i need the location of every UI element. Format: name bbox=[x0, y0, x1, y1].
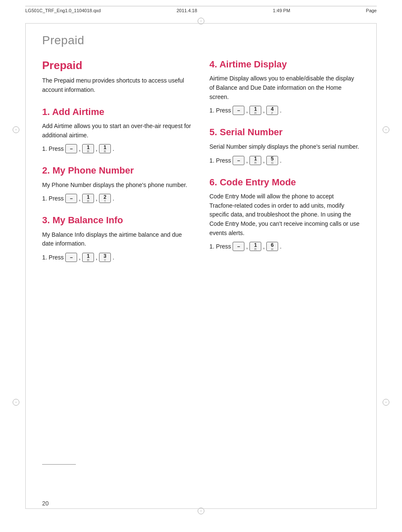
my-balance-info-heading: 3. My Balance Info bbox=[42, 215, 193, 226]
comma-4a: , bbox=[246, 107, 248, 114]
add-airtime-key-sequence: 1. Press – , 1R , 1R . bbox=[42, 144, 193, 153]
key-minus-3: – bbox=[65, 253, 77, 262]
my-phone-number-body: My Phone Number displays the phone's pho… bbox=[42, 181, 193, 190]
key-1r-6: 1R bbox=[249, 242, 261, 251]
intro-body: The Prepaid menu provides shortcuts to a… bbox=[42, 76, 193, 94]
my-balance-info-key-sequence: 1. Press – , 1R , 3Y . bbox=[42, 253, 193, 262]
key-1r-1a: 1R bbox=[82, 144, 94, 153]
period-4: . bbox=[280, 107, 281, 114]
airtime-display-body: Airtime Display allows you to enable/dis… bbox=[209, 74, 360, 102]
key-2t-2: 2T bbox=[99, 194, 111, 203]
key-minus-5: – bbox=[233, 156, 244, 165]
my-phone-number-key-sequence: 1. Press – , 1R , 2T . bbox=[42, 194, 193, 203]
my-phone-press-label: 1. Press bbox=[42, 195, 64, 202]
reg-mark-right-bottom bbox=[383, 399, 389, 406]
comma-6b: , bbox=[263, 243, 265, 250]
section-serial-number: 5. Serial Number Serial Number simply di… bbox=[209, 127, 360, 165]
key-1r-5: 1R bbox=[249, 156, 261, 165]
page-title: Prepaid bbox=[42, 34, 360, 47]
add-airtime-body: Add Airtime allows you to start an over-… bbox=[42, 122, 193, 140]
intro-heading: Prepaid bbox=[42, 59, 193, 72]
add-airtime-press-label: 1. Press bbox=[42, 145, 64, 152]
page-number: 20 bbox=[42, 500, 49, 507]
border-right bbox=[376, 23, 377, 509]
key-1r-1b: 1R bbox=[99, 144, 111, 153]
key-1r-4: 1R bbox=[249, 106, 261, 115]
period-5: . bbox=[280, 157, 281, 164]
key-3y-3: 3Y bbox=[99, 253, 111, 262]
serial-number-heading: 5. Serial Number bbox=[209, 127, 360, 138]
comma-1b: , bbox=[96, 145, 97, 152]
key-minus-4: – bbox=[233, 106, 244, 115]
comma-5b: , bbox=[263, 157, 265, 164]
code-entry-mode-heading: 6. Code Entry Mode bbox=[209, 177, 360, 188]
border-left bbox=[25, 23, 26, 509]
col-right: 4. Airtime Display Airtime Display allow… bbox=[209, 59, 360, 274]
border-bottom bbox=[25, 508, 377, 509]
key-1r-2: 1R bbox=[82, 194, 94, 203]
my-phone-number-heading: 2. My Phone Number bbox=[42, 165, 193, 176]
key-minus-1: – bbox=[65, 144, 77, 153]
section-my-balance-info: 3. My Balance Info My Balance Info displ… bbox=[42, 215, 193, 262]
section-add-airtime: 1. Add Airtime Add Airtime allows you to… bbox=[42, 107, 193, 154]
header-page: Page bbox=[366, 8, 377, 13]
header-date: 2011.4.18 bbox=[177, 8, 197, 13]
airtime-display-heading: 4. Airtime Display bbox=[209, 59, 360, 70]
key-minus-6: – bbox=[233, 242, 244, 251]
key-6h-6: 6H bbox=[266, 242, 278, 251]
reg-mark-left-bottom bbox=[13, 399, 19, 406]
add-airtime-heading: 1. Add Airtime bbox=[42, 107, 193, 118]
comma-2a: , bbox=[79, 195, 80, 202]
comma-6a: , bbox=[246, 243, 248, 250]
section-my-phone-number: 2. My Phone Number My Phone Number displ… bbox=[42, 165, 193, 203]
comma-3a: , bbox=[79, 254, 80, 261]
code-entry-mode-key-sequence: 1. Press – , 1R , 6H . bbox=[209, 242, 360, 251]
comma-2b: , bbox=[96, 195, 97, 202]
header-time: 1:49 PM bbox=[273, 8, 290, 13]
content-area: Prepaid Prepaid The Prepaid menu provide… bbox=[42, 34, 360, 498]
my-balance-press-label: 1. Press bbox=[42, 254, 64, 261]
border-top bbox=[25, 23, 377, 24]
serial-number-key-sequence: 1. Press – , 1R , 5G . bbox=[209, 156, 360, 165]
key-1r-3: 1R bbox=[82, 253, 94, 262]
airtime-display-key-sequence: 1. Press – , 1R , 4F . bbox=[209, 106, 360, 115]
header-bar: LG501C_TRF_Eng1.0_1104018.qxd 2011.4.18 … bbox=[25, 6, 377, 13]
reg-mark-right-top bbox=[383, 126, 389, 133]
serial-number-body: Serial Number simply displays the phone'… bbox=[209, 142, 360, 152]
key-4f-4: 4F bbox=[266, 106, 278, 115]
comma-1a: , bbox=[79, 145, 80, 152]
period-1: . bbox=[113, 145, 114, 152]
my-balance-info-body: My Balance Info displays the airtime bal… bbox=[42, 230, 193, 249]
key-5g-5: 5G bbox=[266, 156, 278, 165]
comma-3b: , bbox=[96, 254, 97, 261]
period-2: . bbox=[113, 195, 114, 202]
code-entry-mode-body: Code Entry Mode will allow the phone to … bbox=[209, 192, 360, 238]
columns: Prepaid The Prepaid menu provides shortc… bbox=[42, 59, 360, 274]
reg-mark-left-top bbox=[13, 126, 19, 133]
section-prepaid-intro: Prepaid The Prepaid menu provides shortc… bbox=[42, 59, 193, 95]
section-code-entry-mode: 6. Code Entry Mode Code Entry Mode will … bbox=[209, 177, 360, 251]
code-entry-press-label: 1. Press bbox=[209, 243, 231, 250]
page-wrapper: LG501C_TRF_Eng1.0_1104018.qxd 2011.4.18 … bbox=[0, 0, 402, 532]
key-minus-2: – bbox=[65, 194, 77, 203]
period-6: . bbox=[280, 243, 281, 250]
period-3: . bbox=[113, 254, 114, 261]
serial-number-press-label: 1. Press bbox=[209, 157, 231, 164]
col-left: Prepaid The Prepaid menu provides shortc… bbox=[42, 59, 193, 274]
header-filename: LG501C_TRF_Eng1.0_1104018.qxd bbox=[25, 8, 101, 13]
airtime-display-press-label: 1. Press bbox=[209, 107, 231, 114]
comma-5a: , bbox=[246, 157, 248, 164]
bottom-decorative-line bbox=[42, 464, 76, 465]
section-airtime-display: 4. Airtime Display Airtime Display allow… bbox=[209, 59, 360, 115]
comma-4b: , bbox=[263, 107, 265, 114]
